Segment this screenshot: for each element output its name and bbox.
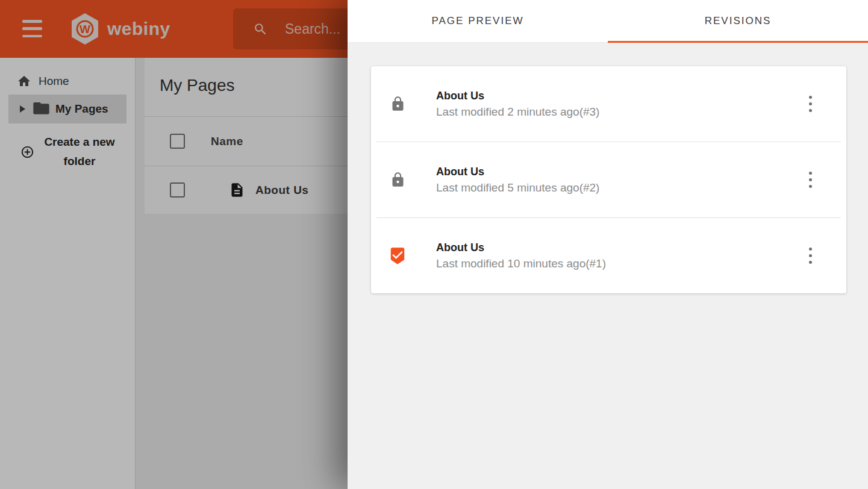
tab-revisions[interactable]: REVISIONS — [608, 0, 868, 42]
revision-menu-button[interactable] — [807, 169, 814, 190]
revisions-card: About Us Last modified 2 minutes ago(#3)… — [371, 66, 846, 293]
revision-row[interactable]: About Us Last modified 2 minutes ago(#3) — [371, 66, 846, 142]
revision-menu-button[interactable] — [807, 93, 814, 114]
revision-row[interactable]: About Us Last modified 5 minutes ago(#2) — [371, 142, 846, 217]
lock-icon — [390, 95, 406, 113]
screen: W webiny Home — [0, 0, 868, 489]
drawer-tabs: PAGE PREVIEW REVISIONS — [348, 0, 868, 43]
revision-meta: Last modified 10 minutes ago(#1) — [436, 257, 807, 270]
revision-title: About Us — [436, 241, 807, 254]
revision-title: About Us — [436, 90, 807, 102]
tab-page-preview[interactable]: PAGE PREVIEW — [348, 0, 608, 42]
published-badge-icon — [389, 246, 407, 266]
revision-menu-button[interactable] — [807, 245, 814, 266]
revision-meta: Last modified 5 minutes ago(#2) — [436, 181, 807, 195]
tab-revisions-label: REVISIONS — [705, 15, 772, 27]
revision-meta: Last modified 2 minutes ago(#3) — [436, 105, 807, 119]
tab-page-preview-label: PAGE PREVIEW — [431, 15, 523, 27]
revision-title: About Us — [436, 166, 807, 178]
revision-row[interactable]: About Us Last modified 10 minutes ago(#1… — [371, 218, 846, 293]
lock-icon — [390, 171, 406, 188]
page-details-drawer: PAGE PREVIEW REVISIONS About Us Last mod… — [348, 0, 868, 489]
